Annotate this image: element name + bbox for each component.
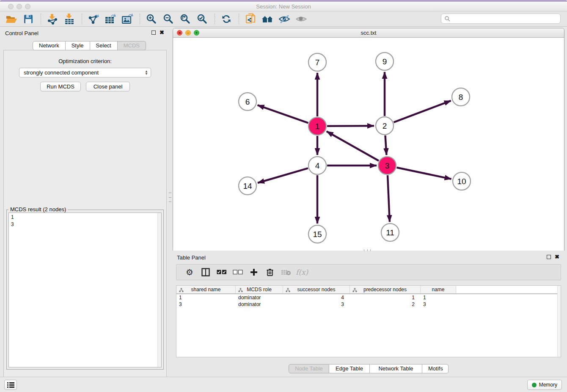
tab-select[interactable]: Select <box>90 41 118 50</box>
list-icon <box>7 382 14 388</box>
mcds-result-textarea[interactable]: 1 3 <box>8 213 162 367</box>
network-canvas[interactable]: 7968124314101511 <box>173 38 564 251</box>
memory-button[interactable]: Memory <box>527 380 562 390</box>
function-builder-button[interactable]: f(x) <box>296 266 308 278</box>
export-network-button[interactable] <box>86 13 101 25</box>
checked-boxes-icon <box>217 270 227 275</box>
refresh-layout-button[interactable] <box>219 13 234 25</box>
float-table-panel-icon[interactable] <box>547 255 551 259</box>
mcds-result-title: MCDS result (2 nodes) <box>8 206 68 213</box>
float-panel-icon[interactable] <box>151 30 156 35</box>
cell-mcds-role[interactable]: dominator <box>236 301 283 308</box>
graph-edge-4-14[interactable] <box>258 168 308 183</box>
result-scrollbar[interactable] <box>157 213 161 367</box>
horizontal-splitter-grip[interactable] <box>364 249 371 251</box>
export-network-icon <box>88 14 99 25</box>
run-mcds-button[interactable]: Run MCDS <box>40 82 81 91</box>
search-input[interactable] <box>450 16 560 22</box>
fx-icon: f(x) <box>296 268 308 276</box>
column-header-predecessor-nodes[interactable]: predecessor nodes <box>350 286 421 293</box>
zoom-in-button[interactable] <box>144 13 159 25</box>
tab-style[interactable]: Style <box>66 41 90 50</box>
cell-mcds-role[interactable]: dominator <box>236 294 283 301</box>
create-column-button[interactable] <box>248 266 260 278</box>
export-image-button[interactable] <box>120 13 135 25</box>
delete-table-button[interactable] <box>280 266 292 278</box>
export-table-button[interactable] <box>103 13 118 25</box>
graph-node-label-10: 10 <box>457 177 466 186</box>
graph-node-label-3: 3 <box>385 161 390 170</box>
table-tabs: Node Table Edge Table Network Table Moti… <box>289 364 449 373</box>
graph-edge-2-3[interactable] <box>385 135 386 155</box>
title-bar: Session: New Session <box>0 2 567 11</box>
cell-shared-name[interactable]: 1 <box>176 294 236 301</box>
cell-name[interactable]: 1 <box>421 294 456 301</box>
hierarchy-icon <box>238 288 243 293</box>
search-icon <box>444 16 450 22</box>
home-overview-button[interactable] <box>260 13 275 25</box>
graph-node-label-11: 11 <box>386 228 394 237</box>
column-header-shared-name[interactable]: shared name <box>176 286 236 293</box>
status-bar: Memory <box>0 377 567 392</box>
criterion-selected-value: strongly connected component <box>24 69 99 76</box>
hide-selected-button[interactable] <box>277 13 292 25</box>
duplicate-network-icon <box>245 13 256 25</box>
search-box[interactable] <box>441 14 561 24</box>
plus-icon <box>250 268 258 276</box>
cell-shared-name[interactable]: 3 <box>176 301 236 308</box>
cell-successor-nodes[interactable]: 3 <box>283 301 350 308</box>
graph-edge-2-8[interactable] <box>394 101 451 122</box>
close-table-panel-icon[interactable]: ✖ <box>555 255 559 259</box>
column-header-successor-nodes[interactable]: successor nodes <box>283 286 350 293</box>
column-header-name[interactable]: name <box>421 286 456 293</box>
graph-edge-1-2[interactable] <box>327 126 374 126</box>
tab-network-table[interactable]: Network Table <box>370 364 422 373</box>
duplicate-network-button[interactable] <box>243 13 258 25</box>
table-row[interactable]: 1 dominator 4 1 1 <box>176 294 561 301</box>
close-panel-button[interactable]: Close panel <box>86 82 130 91</box>
memory-status-icon <box>532 383 537 387</box>
hierarchy-icon <box>352 288 357 293</box>
cell-predecessor-nodes[interactable]: 2 <box>350 301 421 308</box>
cell-successor-nodes[interactable]: 4 <box>283 294 350 301</box>
cell-name[interactable]: 3 <box>421 301 456 308</box>
save-session-button[interactable] <box>21 13 36 25</box>
import-table-button[interactable] <box>62 13 77 25</box>
graph-edge-3-1[interactable] <box>327 131 379 160</box>
table-row[interactable]: 3 dominator 3 2 3 <box>176 301 561 308</box>
zoom-fit-button[interactable] <box>178 13 193 25</box>
graph-edge-3-10[interactable] <box>397 168 451 179</box>
save-floppy-icon <box>23 14 33 24</box>
network-window-title: scc.txt <box>173 30 564 36</box>
select-all-columns-button[interactable] <box>215 266 228 278</box>
close-panel-icon[interactable]: ✖ <box>160 30 164 35</box>
column-header-mcds-role[interactable]: MCDS role <box>236 286 283 293</box>
gear-icon: ⚙ <box>186 268 193 276</box>
cell-predecessor-nodes[interactable]: 1 <box>350 294 421 301</box>
delete-column-button[interactable] <box>264 266 276 278</box>
tab-motifs[interactable]: Motifs <box>422 364 449 373</box>
delete-table-icon <box>281 269 291 276</box>
import-network-button[interactable] <box>45 13 60 25</box>
table-settings-button[interactable]: ⚙ <box>183 266 196 278</box>
tab-mcds[interactable]: MCDS <box>118 41 146 50</box>
unselect-all-columns-button[interactable] <box>231 266 244 278</box>
graph-edge-3-11[interactable] <box>388 175 390 222</box>
show-columns-button[interactable] <box>199 266 212 278</box>
task-history-button[interactable] <box>4 380 17 390</box>
table-panel: Table Panel ✖ ⚙ f(x) <box>173 252 564 375</box>
show-all-button[interactable] <box>294 13 308 25</box>
table-scrollbar[interactable] <box>557 286 561 357</box>
open-session-button[interactable] <box>4 13 19 25</box>
vertical-splitter-grip[interactable] <box>169 193 171 202</box>
tab-node-table[interactable]: Node Table <box>289 364 329 373</box>
criterion-dropdown[interactable]: strongly connected component ▲▼ <box>19 68 151 77</box>
network-window-titlebar[interactable]: ✕ − + scc.txt <box>173 28 564 38</box>
zoom-out-button[interactable] <box>161 13 176 25</box>
tab-network[interactable]: Network <box>33 41 66 50</box>
mcds-result-lines: 1 3 <box>11 214 14 228</box>
network-view-window: ✕ − + scc.txt 7968124314101511 <box>173 28 564 251</box>
zoom-selected-button[interactable] <box>195 13 209 25</box>
graph-edge-1-6[interactable] <box>258 105 308 123</box>
tab-edge-table[interactable]: Edge Table <box>329 364 370 373</box>
